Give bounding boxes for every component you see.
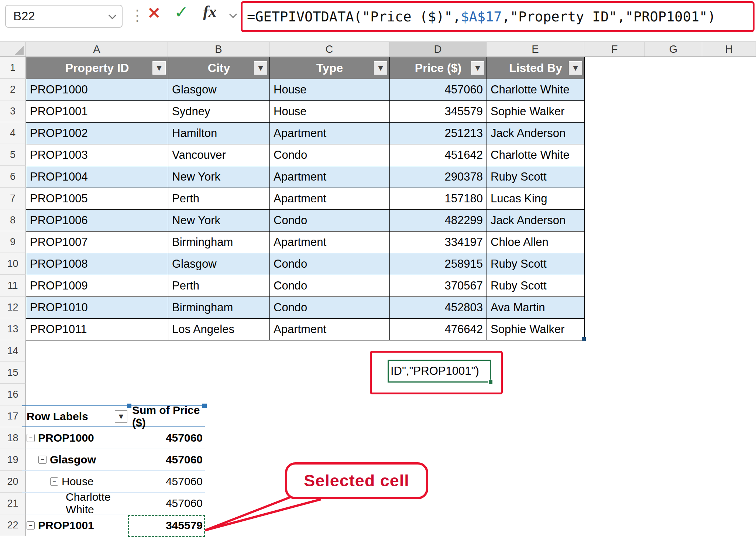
column-header-h[interactable]: H	[702, 42, 756, 56]
pivot-value-cell[interactable]: 457060	[129, 427, 205, 449]
pivot-value-cell[interactable]: 457060	[129, 449, 205, 470]
formula-input[interactable]: =GETPIVOTDATA("Price ($)",$A$17,"Propert…	[243, 9, 716, 25]
table-cell[interactable]: Condo	[270, 144, 390, 166]
row-header-12[interactable]: 12	[0, 297, 26, 318]
collapse-button[interactable]: −	[27, 521, 35, 530]
table-cell[interactable]: Vancouver	[168, 144, 270, 166]
table-header-city[interactable]: City▼	[168, 57, 270, 79]
pivot-filter-button[interactable]: ▼	[115, 410, 127, 423]
table-cell[interactable]: Birmingham	[168, 232, 270, 253]
table-cell[interactable]: Charlotte White	[487, 79, 585, 101]
table-cell[interactable]: Perth	[168, 275, 270, 297]
filter-button-city[interactable]: ▼	[254, 61, 267, 75]
row-header-2[interactable]: 2	[0, 79, 26, 100]
row-header-8[interactable]: 8	[0, 209, 26, 231]
table-cell[interactable]: PROP1008	[26, 253, 168, 275]
table-cell[interactable]: Charlotte White	[487, 144, 585, 166]
table-cell[interactable]: Glasgow	[168, 253, 270, 275]
table-cell[interactable]: PROP1001	[26, 101, 168, 123]
table-cell[interactable]: PROP1000	[26, 79, 168, 101]
table-cell[interactable]: 290378	[390, 166, 487, 188]
table-cell[interactable]: PROP1004	[26, 166, 168, 188]
row-header-10[interactable]: 10	[0, 253, 26, 275]
row-header-7[interactable]: 7	[0, 188, 26, 209]
insert-function-button[interactable]: fx	[203, 4, 217, 20]
pivot-value-cell[interactable]: 457060	[129, 471, 205, 492]
column-header-f[interactable]: F	[584, 42, 645, 56]
name-box-chevron-icon[interactable]	[109, 11, 116, 19]
table-header-listed-by[interactable]: Listed By▼	[487, 57, 585, 79]
row-header-3[interactable]: 3	[0, 100, 26, 122]
row-header-9[interactable]: 9	[0, 231, 26, 253]
table-cell[interactable]: New York	[168, 210, 270, 232]
column-header-e[interactable]: E	[487, 42, 584, 56]
table-cell[interactable]: Sophie Walker	[487, 319, 585, 340]
table-cell[interactable]: House	[270, 79, 390, 101]
column-header-g[interactable]: G	[645, 42, 702, 56]
table-cell[interactable]: PROP1003	[26, 144, 168, 166]
table-cell[interactable]: PROP1010	[26, 297, 168, 319]
table-cell[interactable]: 258915	[390, 253, 487, 275]
table-cell[interactable]: PROP1002	[26, 123, 168, 144]
row-header-6[interactable]: 6	[0, 166, 26, 188]
table-cell[interactable]: 476642	[390, 319, 487, 340]
table-cell[interactable]: Apartment	[270, 166, 390, 188]
table-cell[interactable]: PROP1007	[26, 232, 168, 253]
cell-name-box[interactable]: B22	[5, 5, 123, 28]
collapse-button[interactable]: −	[38, 456, 47, 464]
table-cell[interactable]: Condo	[270, 297, 390, 319]
table-header-property-id[interactable]: Property ID▼	[26, 57, 168, 79]
table-cell[interactable]: 457060	[390, 79, 487, 101]
row-header-1[interactable]: 1	[0, 57, 26, 79]
table-cell[interactable]: 370567	[390, 275, 487, 297]
table-cell[interactable]: Apartment	[270, 319, 390, 340]
table-cell[interactable]: PROP1011	[26, 319, 168, 340]
table-cell[interactable]: Lucas King	[487, 188, 585, 210]
column-header-b[interactable]: B	[168, 42, 269, 56]
column-header-d[interactable]: D	[389, 42, 487, 56]
row-header-5[interactable]: 5	[0, 144, 26, 166]
table-cell[interactable]: Apartment	[270, 123, 390, 144]
cancel-button[interactable]: ×	[147, 4, 161, 21]
table-resize-handle[interactable]	[582, 337, 586, 341]
table-header-price[interactable]: Price ($)▼	[390, 57, 487, 79]
table-cell[interactable]: 482299	[390, 210, 487, 232]
table-cell[interactable]: Glasgow	[168, 79, 270, 101]
table-cell[interactable]: House	[270, 101, 390, 123]
column-header-a[interactable]: A	[26, 42, 168, 56]
editing-cell[interactable]: ID","PROP1001")	[388, 360, 491, 383]
row-header-13[interactable]: 13	[0, 318, 26, 340]
table-cell[interactable]: Birmingham	[168, 297, 270, 319]
table-cell[interactable]: 334197	[390, 232, 487, 253]
row-header-4[interactable]: 4	[0, 122, 26, 144]
table-cell[interactable]: Los Angeles	[168, 319, 270, 340]
table-cell[interactable]: Condo	[270, 253, 390, 275]
table-cell[interactable]: PROP1005	[26, 188, 168, 210]
table-cell[interactable]: Apartment	[270, 188, 390, 210]
pivot-values-header[interactable]: Sum of Price ($)	[129, 406, 205, 426]
filter-button-listed-by[interactable]: ▼	[569, 61, 582, 75]
table-cell[interactable]: PROP1006	[26, 210, 168, 232]
table-cell[interactable]: 345579	[390, 101, 487, 123]
table-cell[interactable]: Condo	[270, 210, 390, 232]
filter-button-price[interactable]: ▼	[471, 61, 484, 75]
table-cell[interactable]: Jack Anderson	[487, 210, 585, 232]
row-header-11[interactable]: 11	[0, 275, 26, 297]
table-cell[interactable]: 157180	[390, 188, 487, 210]
column-header-c[interactable]: C	[269, 42, 389, 56]
table-cell[interactable]: 451642	[390, 144, 487, 166]
table-cell[interactable]: Chloe Allen	[487, 232, 585, 253]
row-header-15[interactable]: 15	[0, 362, 26, 384]
table-cell[interactable]: Ruby Scott	[487, 275, 585, 297]
formula-bar-expand-icon[interactable]	[229, 10, 237, 18]
pivot-row-label[interactable]: Charlotte White	[22, 493, 129, 514]
pivot-row-label[interactable]: −Glasgow	[22, 449, 129, 470]
table-cell[interactable]: Sydney	[168, 101, 270, 123]
collapse-button[interactable]: −	[27, 434, 35, 442]
pivot-row-label[interactable]: −PROP1001	[22, 514, 129, 536]
pivot-row-labels-header[interactable]: Row Labels ▼	[22, 406, 129, 426]
table-cell[interactable]: Ruby Scott	[487, 166, 585, 188]
table-cell[interactable]: 251213	[390, 123, 487, 144]
table-cell[interactable]: 452803	[390, 297, 487, 319]
pivot-row-label[interactable]: −PROP1000	[22, 427, 129, 449]
